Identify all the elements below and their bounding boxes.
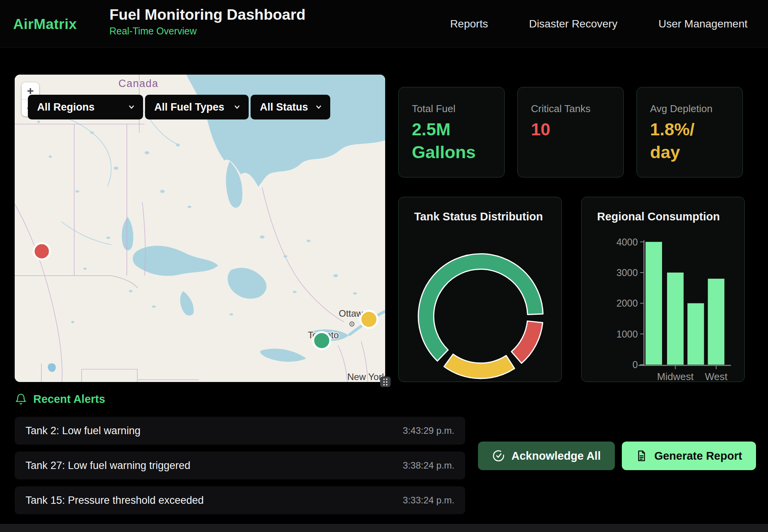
- tank-status-card: Tank Status Distribution: [398, 197, 562, 382]
- acknowledge-all-button[interactable]: Acknowledge All: [478, 442, 615, 470]
- bar-0: [645, 242, 662, 365]
- stat-card-total-fuel: Total Fuel 2.5MGallons: [398, 87, 505, 177]
- alert-time: 3:38:24 p.m.: [403, 460, 454, 471]
- stat-label: Total Fuel: [412, 103, 491, 115]
- stat-value-0: 2.5MGallons: [412, 118, 491, 164]
- map-marker-0[interactable]: [34, 243, 50, 259]
- map-resize-handle[interactable]: [380, 377, 391, 387]
- map-tiles: Canada Ottawa Toronto New York: [15, 75, 385, 382]
- stat-label: Critical Tanks: [531, 103, 610, 115]
- footer-strip: [0, 524, 768, 532]
- top-nav: Reports Disaster Recovery User Managemen…: [450, 0, 748, 48]
- map-label-new-york: New York: [347, 372, 385, 382]
- map-panel[interactable]: Canada Ottawa Toronto New York + − All R…: [15, 75, 385, 382]
- nav-item-reports[interactable]: Reports: [450, 18, 488, 30]
- alert-row-1[interactable]: Tank 27: Low fuel warning triggered 3:38…: [15, 452, 465, 479]
- map-marker-1[interactable]: [360, 311, 377, 328]
- alert-text: Tank 2: Low fuel warning: [26, 425, 140, 437]
- map-filters: All Regions All Fuel Types All Status: [28, 95, 330, 119]
- generate-report-button[interactable]: Generate Report: [622, 442, 756, 470]
- check-circle-icon: [492, 450, 505, 462]
- filter-fuel-types-dropdown[interactable]: All Fuel Types: [145, 95, 249, 119]
- chevron-down-icon: [233, 103, 241, 111]
- alert-text: Tank 27: Low fuel warning triggered: [26, 460, 190, 472]
- report-doc-icon: [636, 450, 647, 462]
- donut-segment-critical: [512, 321, 543, 363]
- stat-card-avg-depletion: Avg Depletion 1.8%/day: [637, 87, 743, 177]
- svg-text:4000: 4000: [616, 237, 638, 247]
- filter-status-label: All Status: [260, 101, 308, 113]
- donut-segment-warning: [444, 354, 514, 379]
- svg-text:1000: 1000: [616, 329, 638, 339]
- stats-row: Total Fuel 2.5MGallons Critical Tanks 10…: [398, 87, 743, 177]
- nav-item-disaster-recovery[interactable]: Disaster Recovery: [529, 18, 618, 30]
- bell-icon: [15, 393, 27, 406]
- regional-consumption-card: Regional Consumption 01000200030004000Mi…: [581, 197, 745, 382]
- alert-time: 3:43:29 p.m.: [403, 425, 454, 436]
- page-subtitle: Real-Time Overview: [109, 26, 305, 37]
- top-header: AirMatrix Fuel Monitoring Dashboard Real…: [0, 0, 768, 48]
- svg-text:2000: 2000: [616, 298, 638, 309]
- chevron-down-icon: [315, 103, 323, 111]
- chevron-down-icon: [128, 103, 135, 111]
- ottawa-town-dot: [351, 323, 353, 325]
- alerts-title: Recent Alerts: [33, 393, 105, 406]
- svg-text:0: 0: [632, 359, 638, 370]
- generate-report-label: Generate Report: [654, 450, 742, 462]
- stat-value-1: 10: [531, 118, 610, 141]
- map-label-canada: Canada: [118, 78, 159, 89]
- alert-text: Tank 15: Pressure threshold exceeded: [26, 494, 204, 506]
- bar-3: [708, 279, 724, 365]
- filter-status-dropdown[interactable]: All Status: [251, 95, 330, 119]
- map-marker-2[interactable]: [313, 332, 330, 349]
- alert-time: 3:33:24 p.m.: [403, 495, 454, 506]
- alert-row-2[interactable]: Tank 15: Pressure threshold exceeded 3:3…: [15, 486, 465, 514]
- stat-value-2: 1.8%/day: [650, 118, 729, 164]
- svg-text:West: West: [705, 371, 727, 382]
- svg-text:Midwest: Midwest: [657, 371, 694, 382]
- donut-chart: [399, 197, 561, 382]
- alert-row-0[interactable]: Tank 2: Low fuel warning 3:43:29 p.m.: [15, 417, 465, 445]
- bar-1: [667, 273, 684, 365]
- alerts-header: Recent Alerts: [15, 393, 105, 406]
- filter-regions-dropdown[interactable]: All Regions: [28, 95, 143, 119]
- acknowledge-all-label: Acknowledge All: [512, 450, 601, 462]
- brand-logo: AirMatrix: [13, 16, 77, 32]
- filter-fuel-types-label: All Fuel Types: [154, 101, 224, 113]
- stat-label: Avg Depletion: [650, 103, 729, 115]
- page-title: Fuel Monitoring Dashboard: [109, 7, 305, 23]
- bar-chart: 01000200030004000MidwestWest: [582, 197, 744, 382]
- svg-text:3000: 3000: [616, 267, 638, 278]
- title-block: Fuel Monitoring Dashboard Real-Time Over…: [109, 7, 305, 37]
- nav-item-user-management[interactable]: User Management: [659, 18, 748, 30]
- bar-2: [688, 303, 704, 365]
- filter-regions-label: All Regions: [37, 101, 95, 113]
- stat-card-critical-tanks: Critical Tanks 10: [517, 87, 624, 177]
